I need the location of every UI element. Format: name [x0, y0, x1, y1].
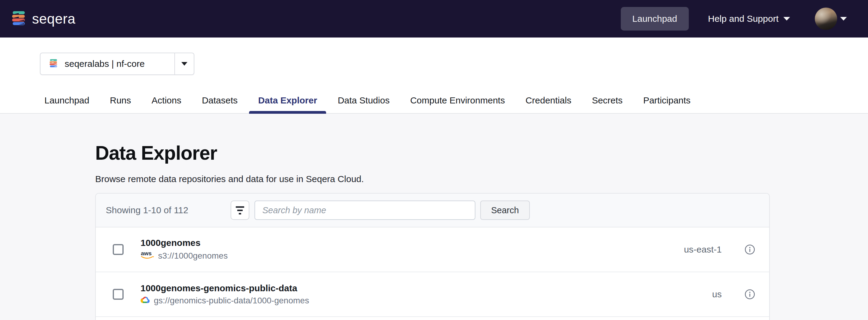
bucket-name[interactable]: 1000genomes [141, 238, 227, 248]
tab-runs[interactable]: Runs [101, 91, 140, 113]
top-navbar: seqera Launchpad Help and Support [0, 0, 868, 37]
aws-icon: aws [141, 250, 154, 261]
workspace-header: seqeralabs | nf-core Launchpad Runs Acti… [0, 37, 868, 114]
tab-actions[interactable]: Actions [143, 91, 190, 113]
filter-button[interactable] [230, 201, 249, 220]
tab-data-studios[interactable]: Data Studios [329, 91, 399, 113]
table-toolbar: Showing 1-10 of 112 Search [96, 194, 769, 228]
workspace-selector[interactable]: seqeralabs | nf-core [40, 53, 194, 75]
region-label: us [712, 289, 722, 299]
gcp-icon [141, 295, 150, 306]
bucket-uri-line: aws s3://1000genomes [141, 250, 227, 261]
seqera-logo-icon [11, 10, 27, 27]
table-row[interactable]: 1000genomes-genomics-public-data [96, 272, 769, 317]
brand-wordmark: seqera [32, 10, 75, 27]
workspace-selector-dropdown[interactable] [175, 53, 194, 75]
data-repositories-card: Showing 1-10 of 112 Search 1000genomes a… [95, 193, 770, 320]
bucket-uri-line: gs://genomics-public-data/1000-genomes [141, 295, 309, 306]
bucket-uri: s3://1000genomes [158, 251, 227, 261]
help-menu-label: Help and Support [708, 13, 779, 24]
info-icon[interactable] [744, 289, 755, 300]
tab-data-explorer[interactable]: Data Explorer [249, 91, 326, 113]
table-row[interactable]: 1000genomes aws s3://1000genomes us-east… [96, 228, 769, 272]
page-subtitle: Browse remote data repositories and data… [95, 174, 868, 184]
chevron-down-icon [783, 17, 790, 21]
tab-secrets[interactable]: Secrets [583, 91, 632, 113]
region-label: us-east-1 [684, 244, 722, 255]
workspace-selector-label: seqeralabs | nf-core [65, 59, 145, 69]
filter-icon [236, 206, 244, 208]
avatar[interactable] [815, 7, 837, 30]
tab-credentials[interactable]: Credentials [517, 91, 581, 113]
results-count: Showing 1-10 of 112 [106, 205, 188, 215]
row-checkbox[interactable] [113, 244, 124, 255]
table-row[interactable] [96, 317, 769, 320]
tab-datasets[interactable]: Datasets [193, 91, 247, 113]
chevron-down-icon [840, 17, 847, 21]
tab-launchpad[interactable]: Launchpad [35, 91, 98, 113]
tab-participants[interactable]: Participants [634, 91, 700, 113]
tab-compute-environments[interactable]: Compute Environments [401, 91, 514, 113]
help-and-support-menu[interactable]: Help and Support [708, 13, 790, 24]
main-content: Data Explorer Browse remote data reposit… [0, 114, 868, 320]
info-icon[interactable] [744, 244, 755, 255]
workspace-selector-main[interactable]: seqeralabs | nf-core [40, 53, 175, 75]
bucket-uri: gs://genomics-public-data/1000-genomes [154, 296, 309, 306]
row-main: 1000genomes aws s3://1000genomes [141, 238, 227, 261]
brand[interactable]: seqera [11, 10, 75, 27]
page-title: Data Explorer [95, 143, 868, 163]
row-main: 1000genomes-genomics-public-data [141, 283, 309, 306]
row-checkbox[interactable] [113, 289, 124, 300]
search-input[interactable] [254, 201, 475, 220]
search-button[interactable]: Search [480, 201, 530, 220]
svg-text:aws: aws [141, 250, 152, 257]
chevron-down-icon [181, 62, 187, 66]
user-menu[interactable] [815, 7, 847, 30]
bucket-name[interactable]: 1000genomes-genomics-public-data [141, 283, 309, 293]
workspace-tabs: Launchpad Runs Actions Datasets Data Exp… [0, 91, 868, 114]
launchpad-button[interactable]: Launchpad [621, 7, 688, 31]
workspace-logo-icon [49, 59, 58, 69]
